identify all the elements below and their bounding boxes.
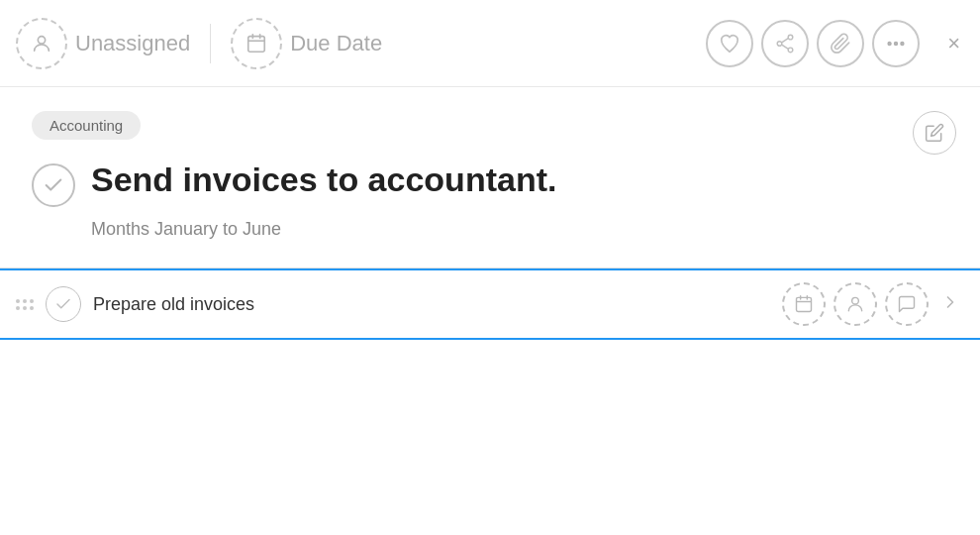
drag-dot bbox=[23, 299, 27, 303]
drag-dot bbox=[30, 306, 34, 310]
drag-dot bbox=[23, 306, 27, 310]
new-check-icon bbox=[54, 295, 72, 313]
share-button[interactable] bbox=[761, 20, 809, 67]
share-icon bbox=[774, 33, 796, 54]
unassigned-label: Unassigned bbox=[75, 31, 190, 56]
calendar-icon bbox=[245, 33, 267, 54]
expand-button[interactable] bbox=[936, 288, 964, 321]
main-content: Accounting Send invoices to accountant. … bbox=[0, 87, 980, 240]
new-task-user-icon bbox=[845, 294, 865, 314]
svg-point-7 bbox=[788, 48, 793, 53]
due-date-label: Due Date bbox=[290, 31, 382, 56]
svg-rect-13 bbox=[797, 297, 812, 311]
unassigned-avatar-button[interactable] bbox=[16, 18, 67, 69]
category-tag[interactable]: Accounting bbox=[32, 111, 141, 140]
new-task-comment-icon bbox=[897, 294, 917, 314]
new-task-comment-button[interactable] bbox=[885, 282, 929, 326]
new-task-user-button[interactable] bbox=[833, 282, 877, 326]
drag-dot bbox=[16, 306, 20, 310]
new-task-calendar-icon bbox=[794, 294, 814, 314]
task-title: Send invoices to accountant. bbox=[91, 160, 556, 200]
new-task-check-button[interactable] bbox=[46, 286, 81, 322]
toolbar-left: Unassigned Due Date bbox=[16, 18, 706, 69]
toolbar: Unassigned Due Date bbox=[0, 0, 980, 87]
drag-dot bbox=[30, 299, 34, 303]
heart-icon bbox=[719, 33, 740, 54]
toolbar-divider bbox=[210, 24, 211, 63]
new-task-calendar-button[interactable] bbox=[782, 282, 826, 326]
paperclip-icon bbox=[830, 33, 851, 54]
toolbar-right: × bbox=[706, 20, 964, 67]
svg-line-9 bbox=[782, 45, 788, 49]
user-icon bbox=[31, 33, 52, 54]
svg-point-6 bbox=[777, 41, 782, 46]
svg-line-8 bbox=[782, 38, 788, 42]
task-description: Months January to June bbox=[91, 219, 948, 240]
new-task-section bbox=[0, 268, 980, 340]
svg-point-5 bbox=[788, 35, 793, 40]
more-icon bbox=[885, 33, 907, 54]
task-check-button[interactable] bbox=[32, 163, 75, 207]
drag-handle[interactable] bbox=[16, 299, 34, 310]
new-task-actions bbox=[782, 282, 964, 326]
more-button[interactable] bbox=[872, 20, 920, 67]
chevron-right-icon bbox=[940, 292, 960, 312]
attachment-button[interactable] bbox=[817, 20, 864, 67]
svg-point-0 bbox=[38, 36, 45, 43]
svg-rect-1 bbox=[248, 36, 265, 52]
drag-dot bbox=[16, 299, 20, 303]
svg-point-10 bbox=[888, 42, 891, 45]
check-icon bbox=[43, 174, 64, 196]
task-row: Send invoices to accountant. bbox=[32, 160, 948, 207]
svg-point-12 bbox=[901, 42, 904, 45]
svg-point-11 bbox=[895, 42, 898, 45]
close-button[interactable]: × bbox=[943, 27, 964, 60]
new-task-input[interactable] bbox=[93, 294, 770, 315]
edit-button[interactable] bbox=[913, 111, 956, 155]
pencil-icon bbox=[925, 123, 944, 143]
svg-point-17 bbox=[852, 297, 859, 304]
due-date-button[interactable] bbox=[231, 18, 282, 69]
heart-button[interactable] bbox=[706, 20, 753, 67]
